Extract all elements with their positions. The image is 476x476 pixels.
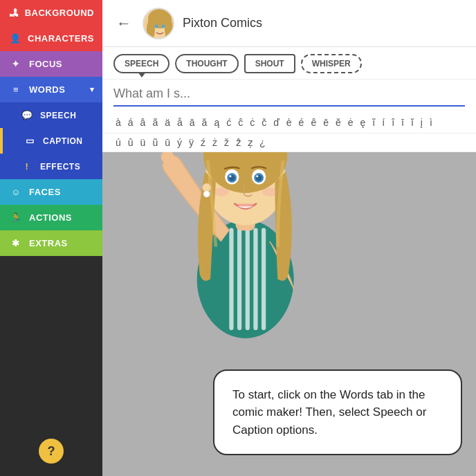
sidebar-label-effects: EFFECTS <box>40 162 80 172</box>
sidebar-label-background: BACKGROUND <box>25 8 94 18</box>
svg-rect-10 <box>253 228 257 330</box>
char-btn[interactable]: ē <box>321 116 331 129</box>
char-btn[interactable]: ć <box>224 116 233 129</box>
sidebar-item-words[interactable]: ≡ WORDS ▾ <box>0 77 102 102</box>
focus-icon: ✦ <box>8 57 24 72</box>
sidebar-item-actions[interactable]: 🏃 ACTIONS <box>0 205 102 230</box>
caption-submenu-icon: ▭ <box>22 134 37 149</box>
char-btn[interactable]: ď <box>271 116 282 129</box>
char-btn[interactable]: č <box>259 116 268 129</box>
char-btn[interactable]: è <box>284 116 294 129</box>
main-content: ← Pixton Comics SPEECH THOUGHT SHOUT WHI… <box>102 0 476 476</box>
sidebar: 🏞 BACKGROUND 👤 CHARACTERS ✦ FOCUS ≡ WORD… <box>0 0 102 476</box>
word-type-tabs: SPEECH THOUGHT SHOUT WHISPER <box>102 47 476 80</box>
sidebar-label-caption: CAPTION <box>43 136 83 146</box>
sidebar-item-caption[interactable]: ▭ CAPTION <box>0 128 102 154</box>
svg-point-24 <box>203 191 210 197</box>
characters-icon: 👤 <box>8 31 22 46</box>
background-icon: 🏞 <box>8 6 19 21</box>
tab-shout[interactable]: SHOUT <box>244 54 295 73</box>
avatar <box>143 8 174 39</box>
help-button[interactable]: ? <box>39 439 64 464</box>
tab-thought[interactable]: THOUGHT <box>175 54 238 73</box>
topbar: ← Pixton Comics <box>102 0 476 47</box>
char-btn[interactable]: ā <box>187 116 197 129</box>
svg-point-25 <box>214 187 229 196</box>
svg-point-27 <box>161 150 174 163</box>
svg-point-5 <box>162 24 165 28</box>
char-btn[interactable]: â <box>138 116 148 129</box>
char-btn[interactable]: û <box>126 136 136 149</box>
sidebar-label-faces: FACES <box>29 187 61 197</box>
back-button[interactable]: ← <box>113 15 134 33</box>
faces-icon: ☺ <box>8 185 24 200</box>
sidebar-item-focus[interactable]: ✦ FOCUS <box>0 51 102 77</box>
char-btn[interactable]: ċ <box>248 116 257 129</box>
char-btn[interactable]: ą <box>212 116 221 129</box>
back-icon: ← <box>116 15 131 32</box>
effects-submenu-icon: ! <box>19 159 35 174</box>
char-btn[interactable]: ã <box>150 116 160 129</box>
char-btn[interactable]: í <box>380 116 387 129</box>
char-btn[interactable]: á <box>126 116 136 129</box>
char-btn[interactable]: ẓ <box>246 136 255 149</box>
topbar-title: Pixton Comics <box>183 16 262 30</box>
sidebar-item-effects[interactable]: ! EFFECTS <box>0 154 102 179</box>
svg-point-21 <box>229 175 231 177</box>
char-btn[interactable]: ă <box>200 116 210 129</box>
char-btn[interactable]: ü <box>138 136 148 149</box>
char-btn[interactable]: å <box>175 116 185 129</box>
char-btn[interactable]: ¿ <box>257 136 268 149</box>
tab-whisper[interactable]: WHISPER <box>301 54 362 73</box>
char-btn[interactable]: ẑ <box>234 136 243 149</box>
svg-rect-8 <box>237 228 241 330</box>
svg-rect-7 <box>229 228 233 330</box>
char-btn[interactable]: ĭ <box>409 116 416 129</box>
char-btn[interactable]: ÿ <box>187 136 196 149</box>
text-input-area <box>102 80 476 112</box>
sidebar-label-actions: ACTIONS <box>29 212 72 223</box>
char-btn[interactable]: ê <box>309 116 318 129</box>
char-btn[interactable]: ź <box>199 136 208 149</box>
sidebar-label-extras: EXTRAS <box>29 238 68 248</box>
svg-rect-11 <box>262 228 266 330</box>
char-btn[interactable]: ż <box>210 136 219 149</box>
sidebar-item-background[interactable]: 🏞 BACKGROUND <box>0 0 102 26</box>
tab-speech[interactable]: SPEECH <box>113 54 170 73</box>
sidebar-item-characters[interactable]: 👤 CHARACTERS <box>0 26 102 51</box>
words-chevron-icon: ▾ <box>90 85 95 94</box>
char-btn[interactable]: ĩ <box>370 116 377 129</box>
help-label: ? <box>48 444 55 459</box>
sidebar-item-extras[interactable]: ✱ EXTRAS <box>0 230 102 256</box>
special-chars-row1: àáâãäåāăąćĉċčďèéêēĕėęĩíîīĭįì <box>102 112 476 134</box>
char-btn[interactable]: ì <box>428 116 434 129</box>
speech-submenu-icon: 💬 <box>19 108 35 123</box>
speech-text-input[interactable] <box>113 86 465 107</box>
char-btn[interactable]: į <box>419 116 425 129</box>
sidebar-label-focus: FOCUS <box>29 59 62 69</box>
char-btn[interactable]: ũ <box>150 136 160 149</box>
sidebar-item-faces[interactable]: ☺ FACES <box>0 179 102 205</box>
tooltip-bubble: To start, click on the Words tab in the … <box>213 369 462 456</box>
extras-icon: ✱ <box>8 236 24 251</box>
words-icon: ≡ <box>8 82 24 98</box>
char-btn[interactable]: ė <box>346 116 356 129</box>
svg-point-26 <box>262 187 277 196</box>
char-btn[interactable]: ĉ <box>236 116 245 129</box>
char-btn[interactable]: ý <box>175 136 184 149</box>
char-btn[interactable]: ž <box>222 136 231 149</box>
char-btn[interactable]: é <box>297 116 306 129</box>
char-btn[interactable]: ī <box>399 116 406 129</box>
char-btn[interactable]: ę <box>358 116 368 129</box>
sidebar-label-characters: CHARACTERS <box>28 33 94 44</box>
sidebar-item-speech[interactable]: 💬 SPEECH <box>0 102 102 128</box>
char-btn[interactable]: î <box>390 116 396 129</box>
char-btn[interactable]: à <box>113 116 123 129</box>
char-btn[interactable]: ä <box>163 116 172 129</box>
sidebar-label-speech: SPEECH <box>40 111 76 120</box>
char-btn[interactable]: ú <box>113 136 123 149</box>
actions-icon: 🏃 <box>8 210 24 226</box>
svg-point-22 <box>256 175 258 177</box>
char-btn[interactable]: ū <box>163 136 172 149</box>
char-btn[interactable]: ĕ <box>333 116 343 129</box>
